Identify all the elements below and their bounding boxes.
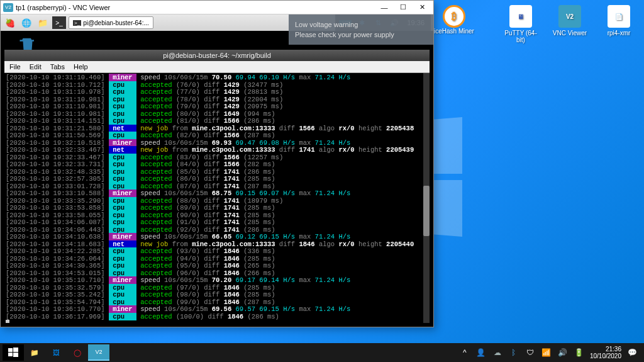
- terminal-window: pi@debian-buster-64: ~/xmrig/build File …: [4, 50, 430, 323]
- scrollbar-thumb[interactable]: [423, 186, 430, 236]
- tray-volume-icon[interactable]: 🔊: [557, 347, 569, 358]
- taskbar-photos[interactable]: 🖼: [45, 344, 67, 361]
- system-clock[interactable]: 21:36 10/10/2020: [590, 346, 621, 359]
- tray-defender-icon[interactable]: 🛡: [525, 347, 536, 358]
- vnc-app-icon: V2: [3, 3, 13, 12]
- terminal-title[interactable]: pi@debian-buster-64: ~/xmrig/build: [4, 50, 430, 61]
- web-browser-icon[interactable]: 🌐: [19, 16, 33, 29]
- close-button[interactable]: ✕: [413, 2, 431, 13]
- desktop-icon-nicehash[interactable]: ₿ iceHash Miner: [434, 5, 474, 35]
- file-icon: 📄: [608, 5, 630, 28]
- minimize-button[interactable]: —: [375, 2, 393, 13]
- tray-wifi-icon[interactable]: 📶: [541, 347, 552, 358]
- taskbar-opera[interactable]: ◯: [67, 344, 88, 361]
- terminal-cursor: [6, 320, 428, 323]
- vnc-window: V2 tp1 (raspberrypi) - VNC Viewer — ☐ ✕ …: [0, 0, 434, 327]
- desktop-icon-vncviewer[interactable]: V2 VNC Viewer: [551, 5, 589, 43]
- vnc-title-text: tp1 (raspberrypi) - VNC Viewer: [16, 4, 110, 11]
- desktop-icon-putty[interactable]: 🖥 PuTTY (64-bit): [502, 5, 540, 43]
- terminal-launcher-icon[interactable]: >_: [52, 16, 66, 29]
- start-button[interactable]: [3, 344, 24, 361]
- vnc-titlebar[interactable]: V2 tp1 (raspberrypi) - VNC Viewer — ☐ ✕: [1, 1, 433, 14]
- raspberry-icon[interactable]: 🍓: [3, 16, 17, 29]
- terminal-icon: >_: [73, 20, 81, 26]
- maximize-button[interactable]: ☐: [394, 2, 412, 13]
- menu-tabs[interactable]: Tabs: [50, 63, 65, 71]
- terminal-scrollbar[interactable]: [423, 73, 430, 323]
- tray-people-icon[interactable]: 👤: [475, 347, 487, 358]
- menu-edit[interactable]: Edit: [30, 63, 42, 71]
- tray-battery-icon[interactable]: 🔋: [574, 347, 585, 358]
- warning-body: Please check your power supply: [295, 30, 427, 40]
- tray-bluetooth-icon[interactable]: ᛒ: [508, 347, 519, 358]
- menu-file[interactable]: File: [9, 63, 21, 71]
- taskbar-vnc[interactable]: V2: [88, 344, 109, 361]
- svg-rect-5: [13, 348, 18, 352]
- voltage-warning: Low voltage warning Please check your po…: [289, 14, 433, 45]
- terminal-menubar: File Edit Tabs Help: [4, 61, 430, 73]
- svg-rect-6: [8, 353, 13, 356]
- warning-title: Low voltage warning: [295, 20, 427, 30]
- vnc-icon: V2: [558, 5, 581, 28]
- terminal-output[interactable]: [2020-10-10 19:31:10.460] miner speed 10…: [4, 73, 430, 323]
- nicehash-icon: ₿: [443, 5, 465, 28]
- svg-rect-4: [8, 348, 13, 352]
- log-line: [2020-10-10 19:36:17.969] cpu accepted (…: [6, 314, 428, 321]
- file-manager-icon[interactable]: 📁: [36, 16, 50, 29]
- taskbar-explorer[interactable]: 📁: [24, 344, 45, 361]
- svg-rect-7: [13, 353, 18, 357]
- putty-icon: 🖥: [509, 5, 532, 28]
- windows-taskbar: 📁 🖼 ◯ V2 ^ 👤 ☁ ᛒ 🛡 📶 🔊 🔋 21:36 10/10/202…: [0, 343, 644, 362]
- desktop-icons: 🖥 PuTTY (64-bit) V2 VNC Viewer 📄 rpi4-xm…: [502, 5, 638, 43]
- taskbar-app-terminal[interactable]: >_ pi@debian-buster-64:...: [69, 16, 153, 29]
- menu-help[interactable]: Help: [74, 63, 88, 71]
- desktop-icon-rpi4xmr[interactable]: 📄 rpi4-xmr: [600, 5, 638, 43]
- tray-chevron-up-icon[interactable]: ^: [459, 347, 470, 358]
- tray-notifications-icon[interactable]: 💬: [626, 347, 638, 358]
- tray-onedrive-icon[interactable]: ☁: [492, 347, 503, 358]
